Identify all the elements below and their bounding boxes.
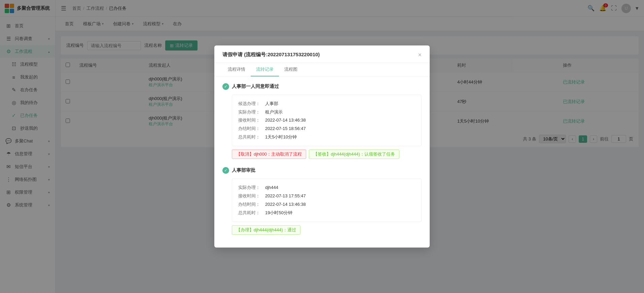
detail-label: 接收时间： bbox=[238, 116, 265, 125]
detail-value: 人事部 bbox=[265, 100, 278, 108]
detail-label: 总共耗时： bbox=[238, 133, 265, 141]
flow-section-2-details: 实际办理： djh444 接收时间： 2022-07-13 17:55:47 办… bbox=[232, 178, 422, 222]
detail-value: 2022-07-13 17:55:47 bbox=[265, 192, 306, 200]
check-icon-2: ✓ bbox=[222, 167, 229, 174]
tab-flow-diagram[interactable]: 流程图 bbox=[279, 63, 303, 76]
flow-section-2: ✓ 人事部审批 实际办理： djh444 接收时间： 2022-07-13 17… bbox=[222, 167, 422, 235]
flow-section-1-actions: 【取消】djh000：主动取消了流程 【签收】djh444(djh444)：认领… bbox=[232, 150, 422, 159]
detail-value: 2022-07-14 13:46:38 bbox=[265, 200, 306, 209]
detail-value: 2022-07-15 18:56:47 bbox=[265, 125, 306, 133]
detail-label: 实际办理： bbox=[238, 184, 265, 192]
dialog-tabs: 流程详情 流转记录 流程图 bbox=[214, 63, 430, 76]
detail-row: 总共耗时： 19小时50分钟 bbox=[238, 209, 415, 217]
detail-row: 接收时间： 2022-07-13 17:55:47 bbox=[238, 192, 415, 200]
flow-section-2-actions: 【办理】djh444(djh444)：通过 bbox=[232, 225, 422, 235]
detail-value: 租户演示 bbox=[265, 108, 283, 117]
flow-tag-sign: 【签收】djh444(djh444)：认领签收了任务 bbox=[309, 150, 399, 159]
detail-label: 办结时间： bbox=[238, 125, 265, 133]
flow-section-1-title: 人事部一人同意即通过 bbox=[232, 84, 279, 90]
dialog: 请假申请 (流程编号:202207131753220010) × 流程详情 流转… bbox=[214, 45, 430, 248]
modal-overlay[interactable]: 请假申请 (流程编号:202207131753220010) × 流程详情 流转… bbox=[0, 0, 644, 293]
detail-label: 实际办理： bbox=[238, 108, 265, 117]
detail-label: 候选办理： bbox=[238, 100, 265, 108]
dialog-header: 请假申请 (流程编号:202207131753220010) × bbox=[214, 45, 430, 63]
flow-section-1-header: ✓ 人事部一人同意即通过 bbox=[222, 83, 422, 90]
flow-tag-process: 【办理】djh444(djh444)：通过 bbox=[232, 225, 300, 235]
dialog-body: ✓ 人事部一人同意即通过 候选办理： 人事部 实际办理： 租户演示 接收时间： … bbox=[214, 76, 430, 248]
detail-row: 接收时间： 2022-07-14 13:46:38 bbox=[238, 116, 415, 125]
detail-value: 1天5小时10分钟 bbox=[265, 133, 297, 141]
detail-row: 实际办理： 租户演示 bbox=[238, 108, 415, 117]
detail-value: djh444 bbox=[265, 184, 278, 192]
detail-row: 办结时间： 2022-07-14 13:46:38 bbox=[238, 200, 415, 209]
detail-row: 候选办理： 人事部 bbox=[238, 100, 415, 108]
flow-section-1-details: 候选办理： 人事部 实际办理： 租户演示 接收时间： 2022-07-14 13… bbox=[232, 95, 422, 146]
close-icon[interactable]: × bbox=[418, 52, 422, 58]
detail-label: 总共耗时： bbox=[238, 209, 265, 217]
tab-flow-detail[interactable]: 流程详情 bbox=[222, 63, 251, 76]
detail-label: 办结时间： bbox=[238, 200, 265, 209]
detail-value: 19小时50分钟 bbox=[265, 209, 292, 217]
flow-tag-cancel: 【取消】djh000：主动取消了流程 bbox=[232, 150, 306, 159]
tab-flow-record[interactable]: 流转记录 bbox=[251, 63, 279, 76]
detail-row: 实际办理： djh444 bbox=[238, 184, 415, 192]
flow-section-1: ✓ 人事部一人同意即通过 候选办理： 人事部 实际办理： 租户演示 接收时间： … bbox=[222, 83, 422, 159]
dialog-title: 请假申请 (流程编号:202207131753220010) bbox=[222, 52, 320, 58]
flow-section-2-title: 人事部审批 bbox=[232, 167, 255, 173]
detail-row: 总共耗时： 1天5小时10分钟 bbox=[238, 133, 415, 141]
detail-value: 2022-07-14 13:46:38 bbox=[265, 116, 306, 125]
detail-row: 办结时间： 2022-07-15 18:56:47 bbox=[238, 125, 415, 133]
flow-section-2-header: ✓ 人事部审批 bbox=[222, 167, 422, 174]
detail-label: 接收时间： bbox=[238, 192, 265, 200]
check-icon-1: ✓ bbox=[222, 83, 229, 90]
